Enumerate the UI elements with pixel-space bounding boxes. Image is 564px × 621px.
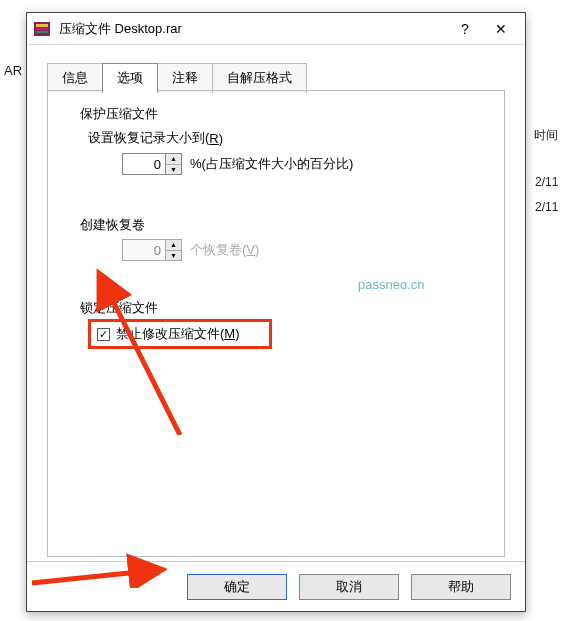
lock-checkbox-highlight: ✓ 禁止修改压缩文件(M)	[88, 319, 272, 349]
tab-info[interactable]: 信息	[47, 63, 103, 93]
archive-dialog: 压缩文件 Desktop.rar ? ✕ 信息 选项 注释 自解压格式 保护压缩…	[26, 12, 526, 612]
watermark-text: passneo.cn	[358, 277, 425, 292]
recovery-volumes-suffix: 个恢复卷(V)	[190, 241, 259, 259]
tab-sfx[interactable]: 自解压格式	[212, 63, 307, 93]
group-volumes-title: 创建恢复卷	[76, 216, 149, 234]
svg-rect-3	[36, 31, 48, 33]
svg-rect-1	[36, 24, 48, 27]
ok-button[interactable]: 确定	[187, 574, 287, 600]
tab-options[interactable]: 选项	[102, 63, 158, 93]
spinner-up-icon: ▲	[166, 240, 181, 251]
spinner-up-icon[interactable]: ▲	[166, 154, 181, 165]
lock-archive-checkbox[interactable]: ✓	[97, 328, 110, 341]
tab-strip: 信息 选项 注释 自解压格式	[47, 63, 306, 93]
cancel-button[interactable]: 取消	[299, 574, 399, 600]
tab-comment[interactable]: 注释	[157, 63, 213, 93]
recovery-volumes-input	[122, 239, 166, 261]
recovery-volumes-spin-buttons: ▲▼	[166, 239, 182, 261]
spinner-down-icon: ▼	[166, 251, 181, 261]
button-bar: 确定 取消 帮助	[27, 561, 525, 611]
recovery-volumes-spinner: ▲▼ 个恢复卷(V)	[122, 239, 259, 261]
dialog-title: 压缩文件 Desktop.rar	[59, 20, 447, 38]
recovery-size-spin-buttons[interactable]: ▲▼	[166, 153, 182, 175]
background-column-time: 时间	[530, 125, 562, 146]
lock-archive-label: 禁止修改压缩文件(M)	[116, 325, 240, 343]
recovery-size-input[interactable]	[122, 153, 166, 175]
recovery-size-spinner: ▲▼ %(占压缩文件大小的百分比)	[122, 153, 353, 175]
background-date-2: 2/11	[535, 200, 558, 214]
group-lock-title: 锁定压缩文件	[76, 299, 162, 317]
recovery-size-suffix: %(占压缩文件大小的百分比)	[190, 155, 353, 173]
spinner-down-icon[interactable]: ▼	[166, 165, 181, 175]
options-panel: 保护压缩文件 设置恢复记录大小到(R) ▲▼ %(占压缩文件大小的百分比) 创建…	[47, 90, 505, 557]
group-protect-title: 保护压缩文件	[76, 105, 162, 123]
close-icon[interactable]: ✕	[483, 21, 519, 37]
recovery-size-label: 设置恢复记录大小到(R)	[88, 129, 223, 147]
background-date-1: 2/11	[535, 175, 558, 189]
winrar-icon	[33, 20, 51, 38]
titlebar: 压缩文件 Desktop.rar ? ✕	[27, 13, 525, 45]
help-icon[interactable]: ?	[447, 21, 483, 37]
help-button[interactable]: 帮助	[411, 574, 511, 600]
svg-rect-2	[36, 28, 48, 30]
